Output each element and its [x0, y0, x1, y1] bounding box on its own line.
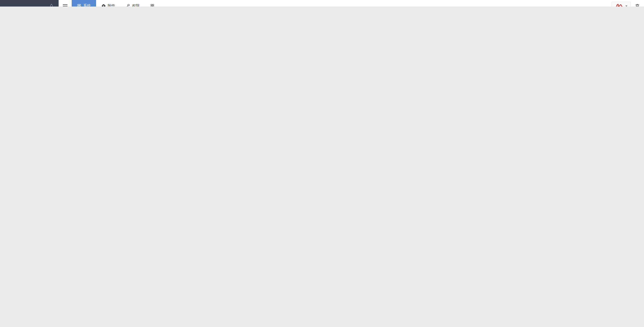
- user-avatar-dropdown[interactable]: [612, 2, 631, 7]
- navbar-right: [612, 0, 644, 7]
- tab-system[interactable]: 系统: [72, 0, 96, 7]
- menu-toggle-button[interactable]: [59, 0, 72, 7]
- chevron-down-icon: [625, 6, 627, 7]
- tab-permissions[interactable]: 权限: [120, 0, 145, 7]
- avatar: [615, 3, 624, 7]
- tab-attachments[interactable]: 附件: [96, 0, 120, 7]
- top-navbar: 系统 附件 权限: [59, 0, 644, 7]
- cloud-upload-icon: [101, 4, 106, 7]
- sidebar: 设置管理 会员管理 营销管理 即拼商城 分类管理: [0, 0, 59, 7]
- page-root: 设置管理 会员管理 营销管理 即拼商城 分类管理: [0, 0, 644, 7]
- grid-large-icon: [150, 4, 154, 7]
- tab-apps[interactable]: [145, 0, 160, 7]
- sidebar-logo: [0, 0, 59, 7]
- key-icon: [126, 4, 130, 7]
- monitor-icon: [77, 4, 81, 7]
- droplet-icon: [49, 4, 54, 7]
- trash-icon[interactable]: [635, 3, 640, 7]
